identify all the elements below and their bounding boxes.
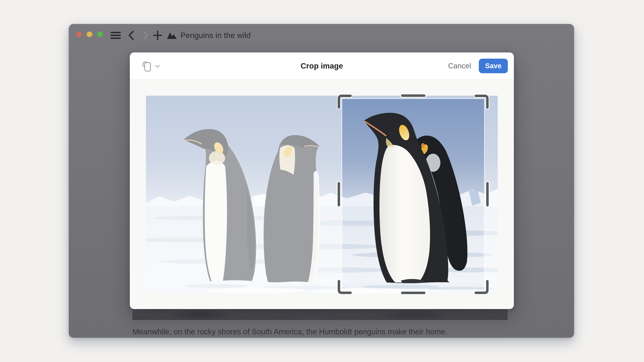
crop-handle-top[interactable] bbox=[401, 94, 426, 97]
crop-modal: Crop image Cancel Save bbox=[130, 52, 514, 309]
chevron-left-icon bbox=[129, 31, 133, 39]
window-title: Penguins in the wild bbox=[180, 31, 251, 40]
photo-canvas bbox=[146, 96, 498, 294]
crop-handle-bottom[interactable] bbox=[401, 292, 426, 294]
crop-handle-left[interactable] bbox=[338, 182, 340, 206]
header-actions: Cancel Save bbox=[448, 52, 508, 79]
add-button[interactable] bbox=[153, 30, 162, 40]
cancel-button[interactable]: Cancel bbox=[448, 62, 471, 70]
forward-button[interactable] bbox=[143, 30, 148, 40]
crop-handle-bottom-right[interactable] bbox=[474, 280, 489, 295]
image-icon bbox=[167, 31, 177, 39]
chevron-right-icon bbox=[144, 31, 148, 39]
zoom-button[interactable] bbox=[97, 31, 103, 37]
back-button[interactable] bbox=[128, 30, 134, 40]
save-button[interactable]: Save bbox=[479, 59, 508, 73]
traffic-lights bbox=[76, 31, 103, 37]
modal-header: Crop image Cancel Save bbox=[130, 52, 514, 80]
crop-handle-bottom-left[interactable] bbox=[337, 280, 352, 295]
menu-icon[interactable] bbox=[110, 31, 121, 39]
crop-handle-right[interactable] bbox=[486, 182, 489, 206]
titlebar: Penguins in the wild bbox=[69, 24, 574, 46]
close-button[interactable] bbox=[76, 31, 82, 37]
crop-handle-top-left[interactable] bbox=[337, 94, 352, 109]
doc-caption: Meanwhile, on the rocky shores of South … bbox=[132, 327, 535, 337]
crop-handle-top-right[interactable] bbox=[474, 94, 489, 109]
plus-icon bbox=[154, 31, 162, 39]
minimize-button[interactable] bbox=[87, 31, 92, 37]
penguin-photo-cropped bbox=[342, 99, 484, 290]
doc-image-strip bbox=[132, 309, 508, 320]
crop-selection[interactable] bbox=[342, 99, 484, 290]
